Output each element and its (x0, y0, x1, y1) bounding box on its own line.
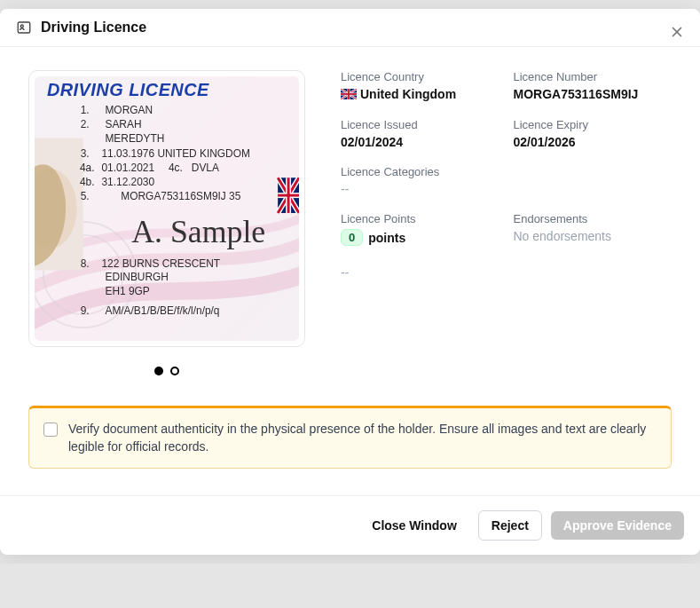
field-value: No endorsements (514, 229, 672, 243)
verify-checkbox[interactable] (43, 422, 58, 437)
svg-text:EH1 9GP: EH1 9GP (105, 285, 149, 297)
modal-body: DRIVING LICENCE 1.MORGAN 2.SARAH MEREDYT… (0, 47, 700, 406)
field-label: Licence Issued (341, 118, 499, 131)
verify-text: Verify document authenticity in the phys… (68, 421, 657, 455)
field-categories: Licence Categories -- (341, 165, 672, 196)
svg-rect-0 (18, 22, 30, 33)
svg-text:4b.: 4b. (80, 176, 95, 188)
field-points: Licence Points 0 points -- (341, 212, 499, 280)
field-expiry: Licence Expiry 02/01/2026 (514, 118, 672, 149)
field-label: Licence Number (514, 70, 672, 83)
svg-text:MORGA753116SM9IJ  35: MORGA753116SM9IJ 35 (121, 190, 240, 202)
svg-text:A. Sample: A. Sample (131, 214, 265, 249)
field-label: Endorsements (514, 212, 672, 225)
svg-text:1.: 1. (81, 104, 90, 116)
field-number: Licence Number MORGA753116SM9IJ (514, 70, 672, 102)
approve-evidence-button[interactable]: Approve Evidence (551, 511, 684, 540)
close-icon[interactable] (668, 23, 686, 41)
licence-image-frame: DRIVING LICENCE 1.MORGAN 2.SARAH MEREDYT… (28, 70, 305, 347)
svg-text:3.: 3. (81, 147, 90, 160)
carousel-dot-1[interactable] (154, 367, 163, 375)
field-label: Licence Categories (341, 165, 672, 178)
svg-text:4a.: 4a. (80, 162, 95, 174)
licence-image-column: DRIVING LICENCE 1.MORGAN 2.SARAH MEREDYT… (28, 70, 305, 379)
svg-text:DRIVING LICENCE: DRIVING LICENCE (47, 80, 209, 99)
svg-rect-40 (341, 93, 357, 95)
svg-rect-12 (278, 194, 299, 197)
modal-footer: Close Window Reject Approve Evidence (0, 495, 700, 555)
svg-text:31.12.2030: 31.12.2030 (101, 176, 154, 188)
svg-text:DVLA: DVLA (192, 162, 219, 174)
field-issued: Licence Issued 02/01/2024 (341, 118, 499, 149)
modal-title: Driving Licence (41, 20, 146, 36)
modal-header: Driving Licence (0, 9, 700, 47)
carousel-dot-2[interactable] (170, 367, 179, 375)
svg-text:MEREDYTH: MEREDYTH (105, 132, 164, 145)
licence-card-image: DRIVING LICENCE 1.MORGAN 2.SARAH MEREDYT… (35, 76, 299, 341)
svg-text:01.01.2021: 01.01.2021 (101, 162, 154, 174)
svg-text:11.03.1976  UNITED KINGDOM: 11.03.1976 UNITED KINGDOM (101, 147, 249, 160)
licence-details: Licence Country United Kingdom Licence (341, 70, 672, 379)
field-label: Licence Points (341, 212, 499, 225)
field-value: points (368, 231, 405, 245)
carousel-dots (28, 363, 305, 379)
svg-text:MORGAN: MORGAN (105, 104, 153, 116)
field-value: 02/01/2026 (514, 135, 672, 149)
svg-text:8.: 8. (81, 257, 90, 270)
svg-text:AM/A/B1/B/BE/f/k/l/n/p/q: AM/A/B1/B/BE/f/k/l/n/p/q (105, 304, 219, 317)
close-window-button[interactable]: Close Window (359, 511, 469, 540)
field-value: 02/01/2024 (341, 135, 499, 149)
uk-flag-icon (341, 88, 357, 102)
svg-text:EDINBURGH: EDINBURGH (105, 271, 168, 283)
field-label: Licence Expiry (514, 118, 672, 131)
field-value: United Kingdom (341, 87, 499, 102)
licence-icon (16, 20, 32, 36)
svg-text:9.: 9. (81, 304, 90, 317)
modal-dialog: Driving Licence (0, 9, 700, 555)
reject-button[interactable]: Reject (478, 510, 542, 541)
field-value: -- (341, 182, 672, 196)
field-value: MORGA753116SM9IJ (514, 87, 672, 101)
field-label: Licence Country (341, 70, 499, 83)
field-endorsements: Endorsements No endorsements (514, 212, 672, 280)
field-country: Licence Country United Kingdom (341, 70, 499, 102)
svg-point-1 (20, 25, 23, 28)
svg-text:4c.: 4c. (169, 162, 183, 174)
points-extra: -- (341, 265, 499, 280)
svg-text:5.: 5. (81, 190, 90, 202)
svg-text:2.: 2. (81, 118, 90, 130)
svg-text:SARAH: SARAH (105, 118, 141, 130)
svg-text:122 BURNS CRESCENT: 122 BURNS CRESCENT (101, 257, 220, 270)
verify-callout: Verify document authenticity in the phys… (28, 406, 672, 469)
points-badge: 0 (341, 229, 363, 246)
